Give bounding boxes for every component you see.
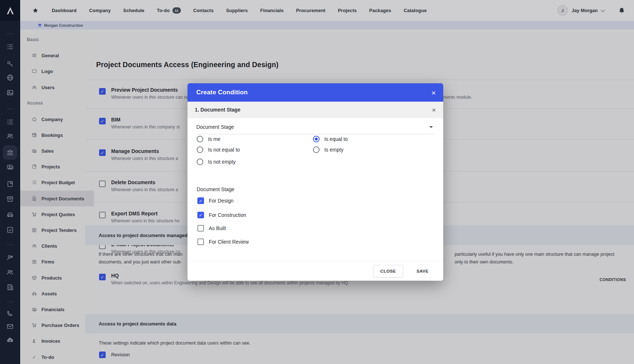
radio-circle[interactable] (197, 146, 203, 153)
select-caret-icon (429, 126, 433, 128)
option-for-design[interactable]: For Design (197, 197, 233, 204)
field-select[interactable]: Document Stage (196, 120, 434, 134)
radio-circle[interactable] (197, 136, 203, 142)
option-as-built[interactable]: As Built (197, 225, 226, 232)
close-button[interactable]: CLOSE (373, 265, 404, 277)
options-group-label: Document Stage (197, 187, 234, 192)
option-for-construction[interactable]: For Construction (197, 212, 246, 218)
modal-title: Create Condition (196, 89, 248, 96)
modal-footer: CLOSE SAVE (187, 261, 443, 281)
modal-close-icon[interactable]: × (431, 89, 436, 97)
radio-is-empty[interactable]: Is empty (313, 146, 343, 153)
option-checkbox[interactable] (197, 239, 204, 245)
radio-is-not-empty[interactable]: Is not empty (197, 159, 236, 165)
radio-circle[interactable] (313, 146, 320, 153)
option-checkbox[interactable] (197, 212, 204, 218)
radio-circle[interactable] (313, 136, 320, 142)
field-select-value: Document Stage (196, 124, 234, 130)
radio-is-equal-to[interactable]: Is equal to (313, 136, 348, 142)
option-checkbox[interactable] (197, 225, 204, 232)
option-checkbox[interactable] (197, 197, 204, 204)
radio-is-not-equal-to[interactable]: Is not equal to (197, 146, 240, 153)
save-button[interactable]: SAVE (411, 265, 434, 277)
radio-is-me[interactable]: Is me (197, 136, 221, 142)
radio-circle[interactable] (197, 159, 203, 165)
condition-remove-icon[interactable]: × (432, 106, 436, 113)
modal-header: Create Condition × (187, 83, 443, 102)
option-for-client-review[interactable]: For Client Review (197, 239, 249, 245)
create-condition-modal: Create Condition × 1. Document Stage × D… (187, 83, 443, 281)
condition-step-label: 1. Document Stage (195, 107, 240, 113)
condition-step-header: 1. Document Stage × (187, 102, 443, 118)
